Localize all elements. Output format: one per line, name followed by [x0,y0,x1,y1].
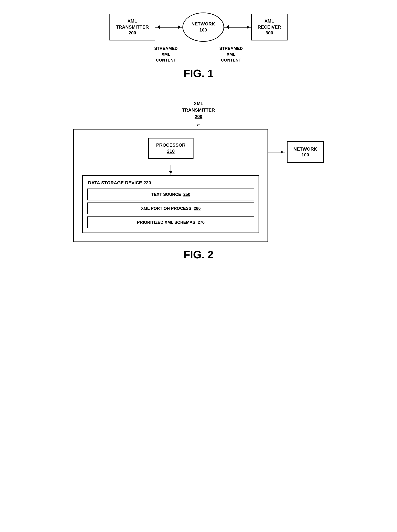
prioritized-xml-schemas-box: PRIORITIZED XML SCHEMAS 270 [87,217,254,228]
xml-portion-process-box: XML PORTION PROCESS 260 [87,203,254,214]
fig2-diagram-row: PROCESSOR 210 DATA STORAGE DEVICE 220 TE… [73,129,324,242]
network-label: NETWORK [191,21,215,27]
fig2-brace: ⌐ [197,122,200,128]
fig1-container: XML TRANSMITTER 200 NETWORK 100 XML RECE… [73,12,324,92]
storage-title: DATA STORAGE DEVICE 220 [87,180,254,186]
processor-label: PROCESSOR [156,142,186,148]
fig2-xml-transmitter-label: XML TRANSMITTER 200 [182,100,215,120]
xml-transmitter-line1: XML [128,18,137,24]
text-source-box: TEXT SOURCE 250 [87,189,254,200]
fig2-network-label: NETWORK [293,146,317,152]
xml-receiver-box: XML RECEIVER 300 [251,14,287,40]
fig2-network-box: NETWORK 100 [287,141,324,163]
xml-receiver-line1: XML [265,18,274,24]
xml-receiver-line2: RECEIVER [258,25,281,30]
label-streamed-right: STREAMED XML CONTENT [219,45,243,63]
fig1-diagram-row: XML TRANSMITTER 200 NETWORK 100 XML RECE… [73,12,324,42]
arrow-network-receiver [224,27,251,28]
fig1-title: FIG. 1 [184,67,213,80]
fig2-outer-box: PROCESSOR 210 DATA STORAGE DEVICE 220 TE… [73,129,268,242]
xml-transmitter-box: XML TRANSMITTER 200 [110,14,155,40]
arrow-transmitter-network [155,27,182,28]
data-storage-box: DATA STORAGE DEVICE 220 TEXT SOURCE 250 … [82,175,259,233]
arrow-processor-storage [171,165,171,175]
arrow-to-network-section: NETWORK 100 [268,141,324,163]
network-number: 100 [199,27,207,33]
xml-receiver-number: 300 [266,30,273,36]
processor-box: PROCESSOR 210 [148,138,194,159]
fig2-title: FIG. 2 [184,248,213,261]
processor-row: PROCESSOR 210 [82,138,259,159]
fig2-container: XML TRANSMITTER 200 ⌐ PROCESSOR 210 [73,100,324,273]
fig2-network-number: 100 [302,152,309,157]
arrow-outer-to-network [268,152,285,152]
xml-transmitter-number: 200 [128,30,136,36]
processor-number: 210 [167,148,175,154]
network-ellipse: NETWORK 100 [182,12,224,42]
fig1-labels: STREAMED XML CONTENT STREAMED XML CONTEN… [73,45,324,63]
label-streamed-left: STREAMED XML CONTENT [154,45,178,63]
xml-transmitter-line2: TRANSMITTER [116,25,149,30]
